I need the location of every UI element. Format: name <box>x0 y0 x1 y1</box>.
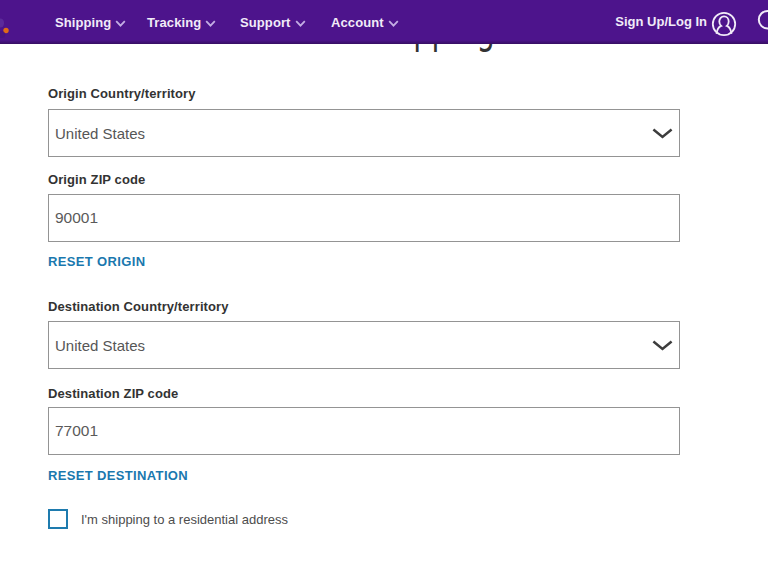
destination-country-label: Destination Country/territory <box>48 299 229 314</box>
nav-item-account[interactable]: Account <box>331 0 399 44</box>
origin-country-select[interactable]: United States <box>48 109 680 157</box>
nav-item-shipping[interactable]: Shipping <box>55 0 126 44</box>
chevron-down-icon <box>388 20 399 27</box>
chevron-down-icon <box>205 20 216 27</box>
destination-zip-input[interactable] <box>48 407 680 455</box>
reset-origin-link[interactable]: RESET ORIGIN <box>48 254 145 269</box>
nav-item-account-label: Account <box>331 15 384 30</box>
search-icon[interactable] <box>756 10 768 30</box>
destination-country-value: United States <box>55 337 145 354</box>
chevron-down-icon <box>115 20 126 27</box>
fedex-logo-fragment[interactable] <box>0 14 14 40</box>
reset-destination-link[interactable]: RESET DESTINATION <box>48 468 188 483</box>
destination-zip-label: Destination ZIP code <box>48 386 178 401</box>
origin-country-value: United States <box>55 125 145 142</box>
nav-item-tracking[interactable]: Tracking <box>147 0 216 44</box>
destination-country-select[interactable]: United States <box>48 321 680 369</box>
top-nav-bar: Shipping Tracking Support Account Sign U… <box>0 0 768 44</box>
residential-checkbox[interactable] <box>48 509 68 529</box>
nav-item-tracking-label: Tracking <box>147 15 201 30</box>
nav-item-support[interactable]: Support <box>240 0 306 44</box>
origin-zip-label: Origin ZIP code <box>48 172 145 187</box>
chevron-down-icon <box>295 20 306 27</box>
nav-item-shipping-label: Shipping <box>55 15 111 30</box>
chevron-down-icon <box>652 340 673 351</box>
origin-country-label: Origin Country/territory <box>48 86 196 101</box>
chevron-down-icon <box>652 128 673 139</box>
nav-item-support-label: Support <box>240 15 291 30</box>
page: Calculate FedEx shipping rates Shipping … <box>0 0 768 565</box>
user-icon[interactable] <box>711 11 737 37</box>
origin-zip-input[interactable] <box>48 194 680 242</box>
signup-login-link[interactable]: Sign Up/Log In <box>615 0 707 44</box>
residential-checkbox-label: I'm shipping to a residential address <box>81 512 288 527</box>
residential-checkbox-row: I'm shipping to a residential address <box>48 509 288 529</box>
